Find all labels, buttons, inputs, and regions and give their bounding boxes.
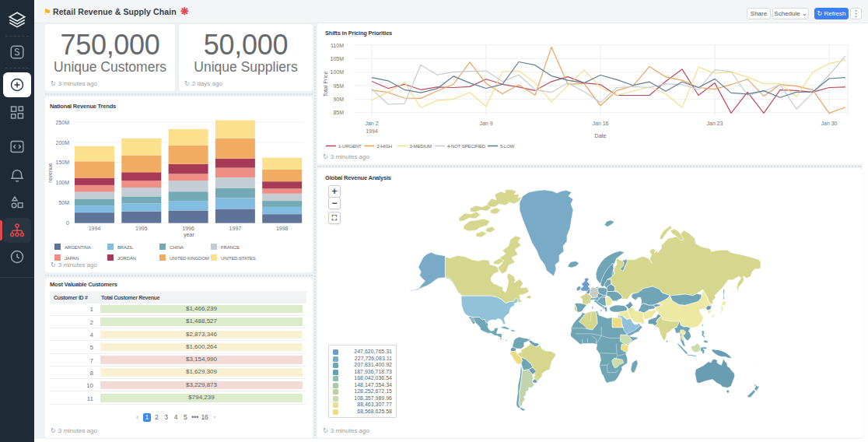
- svg-text:UNITED KINGDOM: UNITED KINGDOM: [170, 256, 209, 261]
- svg-text:250M: 250M: [55, 120, 69, 125]
- svg-text:JAPAN: JAPAN: [65, 256, 79, 261]
- svg-text:5-LOW: 5-LOW: [500, 144, 515, 149]
- svg-text:90M: 90M: [333, 96, 344, 102]
- svg-text:1994: 1994: [89, 226, 101, 231]
- svg-text:4-NOT SPECIFIED: 4-NOT SPECIFIED: [447, 144, 486, 149]
- svg-text:FRANCE: FRANCE: [221, 245, 240, 250]
- svg-text:2-HIGH: 2-HIGH: [377, 144, 392, 149]
- svg-text:Jan 9: Jan 9: [479, 121, 492, 126]
- svg-text:100M: 100M: [55, 180, 69, 185]
- svg-text:JORDAN: JORDAN: [117, 256, 136, 261]
- svg-text:1995: 1995: [135, 226, 148, 231]
- svg-text:150M: 150M: [55, 160, 69, 165]
- svg-text:1-URGENT: 1-URGENT: [338, 144, 362, 149]
- svg-text:1994: 1994: [366, 128, 378, 134]
- svg-text:110M: 110M: [331, 43, 344, 48]
- svg-text:year: year: [184, 232, 194, 238]
- svg-text:UNITED STATES: UNITED STATES: [221, 256, 256, 261]
- svg-text:95M: 95M: [333, 83, 344, 89]
- svg-text:200M: 200M: [55, 140, 69, 146]
- svg-text:revenue: revenue: [47, 163, 53, 182]
- svg-text:Jan 30: Jan 30: [821, 121, 837, 126]
- svg-text:ARGENTINA: ARGENTINA: [65, 245, 91, 250]
- svg-text:Total Price: Total Price: [323, 72, 328, 97]
- svg-text:Jan 16: Jan 16: [592, 121, 608, 126]
- svg-text:100M: 100M: [330, 69, 344, 75]
- svg-text:1997: 1997: [229, 226, 242, 231]
- svg-text:105M: 105M: [330, 56, 344, 61]
- svg-text:3-MEDIUM: 3-MEDIUM: [410, 144, 432, 149]
- svg-text:CHINA: CHINA: [170, 245, 184, 250]
- svg-text:Jan 23: Jan 23: [706, 121, 723, 126]
- svg-text:1998: 1998: [276, 226, 289, 231]
- svg-text:0: 0: [66, 220, 69, 226]
- svg-text:50M: 50M: [58, 200, 69, 205]
- svg-text:Jan 2: Jan 2: [365, 121, 378, 126]
- svg-text:1996: 1996: [182, 226, 194, 231]
- svg-text:Date: Date: [595, 133, 607, 139]
- svg-text:BRAZIL: BRAZIL: [117, 245, 134, 250]
- svg-text:85M: 85M: [333, 110, 344, 115]
